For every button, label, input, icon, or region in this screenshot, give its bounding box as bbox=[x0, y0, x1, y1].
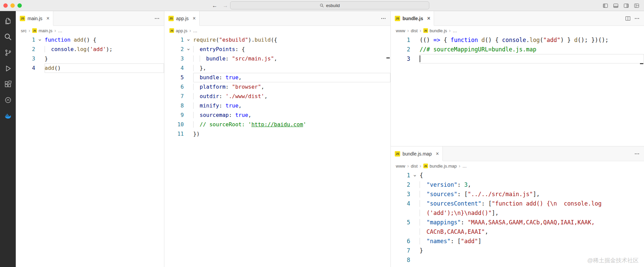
breadcrumb-item[interactable]: app.js bbox=[176, 28, 187, 33]
code-line[interactable]: console.log('add'); bbox=[45, 45, 164, 54]
chevron-down-icon[interactable]: › bbox=[35, 38, 45, 42]
tab-main[interactable]: JSmain.js× bbox=[16, 11, 53, 26]
code-line[interactable]: bundle: "src/main.js", bbox=[193, 54, 390, 63]
activity-item-docker[interactable] bbox=[0, 108, 16, 124]
code-line[interactable]: add() bbox=[45, 63, 164, 73]
close-icon[interactable]: × bbox=[46, 16, 49, 21]
code-line[interactable]: function add() { bbox=[45, 35, 164, 45]
breadcrumb-item[interactable]: … bbox=[462, 164, 467, 169]
activity-item-search[interactable] bbox=[0, 29, 16, 45]
code-line[interactable]: CACnB,CACAA,EAAI", bbox=[420, 227, 644, 236]
split-editor-button[interactable] bbox=[625, 15, 631, 21]
layout-sidebar-right-button[interactable] bbox=[623, 3, 629, 8]
code-line[interactable]: "sources": ["../../src/main.js"], bbox=[420, 189, 644, 199]
more-button[interactable] bbox=[154, 15, 160, 21]
breadcrumb-item[interactable]: www bbox=[396, 28, 405, 33]
code-line[interactable]: ('add');\n}\nadd()"], bbox=[420, 208, 644, 218]
code-line[interactable]: bundle: true, bbox=[193, 73, 390, 82]
more-button[interactable] bbox=[380, 15, 386, 21]
chevron-down-icon[interactable]: › bbox=[410, 174, 420, 177]
activity-item-run-debug[interactable] bbox=[0, 60, 16, 76]
breadcrumb-item[interactable]: … bbox=[193, 28, 197, 33]
code-line[interactable]: "mappings": "MAAA,SAASA,GAAM,CACb,QAAQ,I… bbox=[420, 218, 644, 227]
tab-label: main.js bbox=[28, 16, 42, 21]
code-line[interactable]: outdir: './www/dist', bbox=[193, 92, 390, 101]
more-button[interactable] bbox=[634, 15, 640, 21]
layout-sidebar-left-button[interactable] bbox=[602, 3, 608, 8]
line-number: 5 bbox=[391, 218, 410, 227]
layout-customize-button[interactable] bbox=[634, 3, 639, 8]
fold-gutter: › bbox=[184, 35, 193, 45]
fold-gutter bbox=[35, 54, 45, 63]
close-icon[interactable]: × bbox=[427, 16, 430, 21]
chevron-down-icon[interactable]: › bbox=[184, 48, 193, 51]
forward-button[interactable]: → bbox=[223, 3, 228, 8]
tab-bundle[interactable]: JSbundle.js× bbox=[391, 11, 434, 26]
zoom-window-button[interactable] bbox=[17, 3, 22, 8]
layout-panel-icon bbox=[613, 3, 619, 8]
code-line[interactable]: "names": ["add"] bbox=[420, 236, 644, 246]
line-number: 1 bbox=[16, 35, 35, 45]
code-line[interactable]: "sourcesContent": ["function add() {\n c… bbox=[420, 199, 644, 208]
breadcrumb-separator-icon: › bbox=[420, 28, 421, 33]
fold-gutter bbox=[184, 54, 193, 63]
activity-item-extensions[interactable] bbox=[0, 76, 16, 92]
fold-gutter bbox=[410, 45, 420, 54]
code-line[interactable]: { bbox=[420, 171, 644, 180]
breadcrumb-item[interactable]: … bbox=[58, 28, 62, 33]
overview-ruler-mark bbox=[640, 63, 643, 64]
breadcrumb-item[interactable]: www bbox=[396, 164, 405, 169]
code-line[interactable]: }) bbox=[193, 129, 390, 139]
code-line[interactable]: platform: "browser", bbox=[193, 82, 390, 92]
breadcrumb-item[interactable]: bundle.js.map bbox=[430, 164, 457, 169]
breadcrumb-item[interactable]: bundle.js bbox=[430, 28, 447, 33]
code-line[interactable]: sourcemap: true, bbox=[193, 110, 390, 120]
js-file-icon: JS bbox=[423, 164, 428, 168]
line-number: 3 bbox=[391, 189, 410, 199]
code-line[interactable]: entryPoints: { bbox=[193, 45, 390, 54]
fold-gutter bbox=[410, 180, 420, 189]
tab-bar: JSmain.js× bbox=[16, 11, 164, 26]
code-row: 3 bundle: "src/main.js", bbox=[164, 54, 390, 63]
line-number: 8 bbox=[391, 255, 410, 265]
breadcrumb-item[interactable]: dist bbox=[411, 28, 418, 33]
chevron-down-icon[interactable]: › bbox=[184, 38, 193, 42]
minimize-window-button[interactable] bbox=[10, 3, 15, 8]
layout-sidebar-left-icon bbox=[603, 3, 608, 8]
code-line[interactable]: "version": 3, bbox=[420, 180, 644, 189]
breadcrumb-item[interactable]: src bbox=[21, 28, 26, 33]
close-icon[interactable]: × bbox=[436, 151, 439, 157]
breadcrumb-separator-icon: › bbox=[54, 28, 56, 33]
code-line[interactable]: require("esbuild").build({ bbox=[193, 35, 390, 45]
line-number: 5 bbox=[164, 73, 184, 82]
line-number: 3 bbox=[391, 54, 410, 63]
tab-map[interactable]: JSbundle.js.map× bbox=[391, 146, 443, 161]
close-window-button[interactable] bbox=[3, 3, 8, 8]
code-line[interactable]: //# sourceMappingURL=bundle.js.map bbox=[420, 45, 644, 54]
activity-item-source-control[interactable] bbox=[0, 45, 16, 60]
code-line[interactable]: // sourceRoot: 'http://baidu.com' bbox=[193, 120, 390, 129]
tab-app[interactable]: JSapp.js× bbox=[164, 11, 200, 26]
breadcrumb-item[interactable]: … bbox=[452, 28, 457, 33]
activity-item-remote-explorer[interactable] bbox=[0, 92, 16, 108]
code-line[interactable]: } bbox=[45, 54, 164, 63]
breadcrumb-item[interactable]: dist bbox=[411, 164, 418, 169]
code-line[interactable]: (() => { function d() { console.log("add… bbox=[420, 35, 644, 45]
more-button[interactable] bbox=[634, 151, 640, 157]
layout-panel-button[interactable] bbox=[613, 3, 619, 8]
code-editor[interactable]: 1›{2 "version": 3,3 "sources": ["../../s… bbox=[391, 171, 644, 267]
workbench: JSmain.js×src›JSmain.js›…1›function add(… bbox=[0, 11, 644, 267]
code-line[interactable]: minify: true, bbox=[193, 101, 390, 110]
code-line[interactable] bbox=[420, 54, 644, 63]
breadcrumb-item[interactable]: main.js bbox=[39, 28, 52, 33]
activity-bar bbox=[0, 11, 16, 267]
back-button[interactable]: ← bbox=[212, 3, 217, 8]
code-line[interactable]: }, bbox=[193, 63, 390, 73]
code-editor[interactable]: 1(() => { function d() { console.log("ad… bbox=[391, 35, 644, 146]
code-editor[interactable]: 1›function add() {2 console.log('add');3… bbox=[16, 35, 164, 267]
close-icon[interactable]: × bbox=[193, 16, 196, 21]
command-center[interactable]: esbuild bbox=[230, 1, 429, 9]
code-editor[interactable]: 1›require("esbuild").build({2› entryPoin… bbox=[164, 35, 390, 267]
code-line[interactable]: } bbox=[420, 246, 644, 255]
activity-item-explorer[interactable] bbox=[0, 13, 16, 29]
